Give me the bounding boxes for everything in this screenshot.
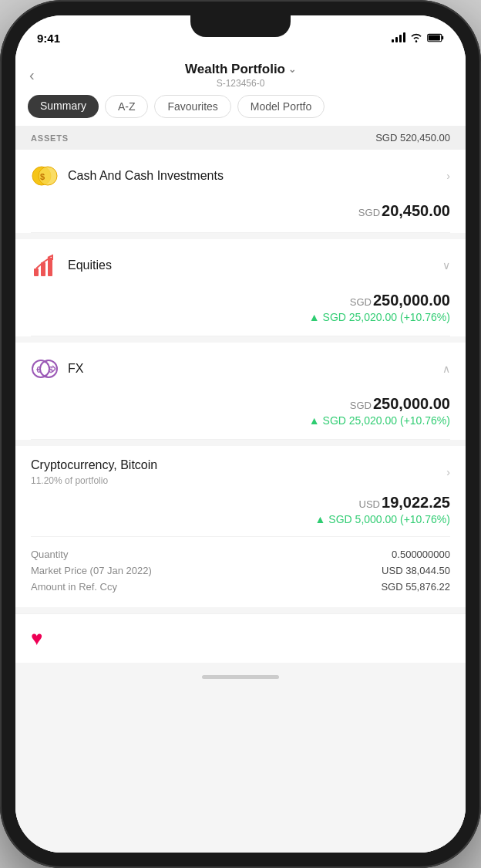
status-bar: 9:41 bbox=[15, 15, 466, 54]
phone-frame: 9:41 bbox=[0, 0, 481, 868]
favourite-heart-icon[interactable]: ♥ bbox=[31, 627, 42, 650]
tab-favourites[interactable]: Favourites bbox=[154, 95, 230, 118]
equities-name: Equities bbox=[68, 258, 442, 272]
detail-row-quantity: Quantity 0.500000000 bbox=[31, 546, 450, 562]
equities-arrow-up-icon: ▲ bbox=[309, 311, 323, 323]
crypto-section: Cryptocurrency, Bitcoin 11.20% of portfo… bbox=[15, 446, 466, 607]
signal-icon bbox=[392, 33, 405, 42]
dropdown-chevron-icon[interactable]: ⌄ bbox=[288, 64, 296, 75]
notch bbox=[190, 15, 291, 37]
detail-value-amount-ref: SGD 55,876.22 bbox=[381, 581, 450, 593]
equities-change: ▲ SGD 25,020.00 (+10.76%) bbox=[31, 311, 450, 323]
crypto-change: ▲ SGD 5,000.00 (+10.76%) bbox=[31, 513, 450, 525]
crypto-title-block: Cryptocurrency, Bitcoin 11.20% of portfo… bbox=[31, 458, 157, 486]
fx-icon: € $ bbox=[31, 355, 59, 383]
header-title: Wealth Portfolio ⌄ bbox=[185, 62, 296, 77]
svg-rect-8 bbox=[48, 258, 52, 276]
detail-value-quantity: 0.500000000 bbox=[392, 549, 450, 560]
crypto-portfolio-pct: 11.20% of portfolio bbox=[31, 475, 157, 486]
tab-summary[interactable]: Summary bbox=[28, 95, 99, 118]
assets-header: ASSETS SGD 520,450.00 bbox=[15, 126, 466, 150]
fx-values: SGD250,000.00 ▲ SGD 25,020.00 (+10.76%) bbox=[15, 395, 466, 439]
cash-currency: SGD bbox=[358, 207, 380, 218]
svg-rect-2 bbox=[429, 35, 440, 40]
tab-az[interactable]: A-Z bbox=[105, 95, 149, 118]
fx-name: FX bbox=[68, 362, 442, 376]
home-indicator bbox=[15, 663, 466, 691]
crypto-chevron-right-icon: › bbox=[446, 466, 450, 478]
equities-section: Equities ∨ SGD250,000.00 ▲ SGD 25,020.00… bbox=[15, 239, 466, 336]
fx-currency: SGD bbox=[350, 400, 372, 411]
svg-rect-1 bbox=[442, 36, 443, 40]
detail-label-amount-ref: Amount in Ref. Ccy bbox=[31, 581, 117, 593]
status-icons bbox=[392, 33, 444, 42]
fx-arrow-up-icon: ▲ bbox=[309, 414, 323, 427]
tab-model-portfolio[interactable]: Model Portfo bbox=[237, 95, 325, 118]
equities-values: SGD250,000.00 ▲ SGD 25,020.00 (+10.76%) bbox=[15, 292, 466, 336]
cash-value: SGD20,450.00 bbox=[31, 202, 450, 220]
portfolio-subtitle: S-123456-0 bbox=[185, 78, 296, 89]
wifi-icon bbox=[410, 33, 422, 42]
crypto-main-value: USD19,022.25 bbox=[31, 494, 450, 512]
phone-screen: 9:41 bbox=[15, 15, 466, 853]
crypto-details: Quantity 0.500000000 Market Price (07 Ja… bbox=[31, 536, 450, 595]
header-title-block: Wealth Portfolio ⌄ S-123456-0 bbox=[185, 62, 296, 89]
fx-change: ▲ SGD 25,020.00 (+10.76%) bbox=[31, 414, 450, 427]
crypto-arrow-up-icon: ▲ bbox=[315, 513, 329, 525]
equities-chevron-down-icon: ∨ bbox=[442, 259, 450, 272]
divider bbox=[31, 232, 450, 233]
bottom-area: ♥ bbox=[15, 613, 466, 663]
cash-header-row[interactable]: $ Cash And Cash Investments › bbox=[15, 150, 466, 202]
crypto-values: USD19,022.25 ▲ SGD 5,000.00 (+10.76%) bbox=[31, 494, 450, 525]
equities-currency: SGD bbox=[350, 296, 372, 308]
cash-values: SGD20,450.00 bbox=[15, 202, 466, 232]
crypto-main-currency: USD bbox=[359, 498, 380, 510]
assets-total: SGD 520,450.00 bbox=[375, 132, 450, 144]
back-button[interactable]: ‹ bbox=[29, 66, 35, 84]
detail-value-market-price: USD 38,044.50 bbox=[382, 565, 450, 576]
cash-section: $ Cash And Cash Investments › SGD20,450.… bbox=[15, 150, 466, 233]
equities-icon bbox=[31, 252, 59, 279]
svg-text:€: € bbox=[36, 366, 41, 374]
fx-chevron-up-icon: ∧ bbox=[442, 363, 450, 375]
fx-value: SGD250,000.00 bbox=[31, 395, 450, 413]
equities-value: SGD250,000.00 bbox=[31, 292, 450, 309]
crypto-name: Cryptocurrency, Bitcoin bbox=[31, 458, 157, 472]
status-time: 9:41 bbox=[37, 32, 60, 45]
tabs-bar: Summary A-Z Favourites Model Portfo bbox=[15, 89, 466, 126]
cash-icon: $ bbox=[31, 162, 59, 190]
content-area: ‹ Wealth Portfolio ⌄ S-123456-0 Summary … bbox=[15, 54, 466, 853]
svg-text:$: $ bbox=[49, 366, 53, 374]
fx-section: € $ FX ∧ SGD250,000.00 bbox=[15, 343, 466, 440]
home-bar bbox=[202, 675, 279, 679]
detail-label-quantity: Quantity bbox=[31, 549, 68, 560]
cash-chevron-right-icon: › bbox=[446, 170, 450, 182]
divider bbox=[31, 336, 450, 336]
battery-icon bbox=[427, 33, 444, 42]
divider bbox=[31, 439, 450, 440]
detail-label-market-price: Market Price (07 Jan 2022) bbox=[31, 565, 152, 576]
detail-row-market-price: Market Price (07 Jan 2022) USD 38,044.50 bbox=[31, 562, 450, 579]
portfolio-title: Wealth Portfolio bbox=[185, 62, 285, 77]
assets-label: ASSETS bbox=[31, 133, 69, 143]
svg-text:$: $ bbox=[40, 172, 45, 181]
cash-name: Cash And Cash Investments bbox=[68, 169, 446, 183]
crypto-header-row[interactable]: Cryptocurrency, Bitcoin 11.20% of portfo… bbox=[31, 458, 450, 486]
page-header: ‹ Wealth Portfolio ⌄ S-123456-0 bbox=[15, 54, 466, 89]
fx-header-row[interactable]: € $ FX ∧ bbox=[15, 343, 466, 395]
svg-rect-6 bbox=[34, 269, 39, 276]
detail-row-amount-ref: Amount in Ref. Ccy SGD 55,876.22 bbox=[31, 579, 450, 595]
main-content[interactable]: ASSETS SGD 520,450.00 $ bbox=[15, 126, 466, 853]
equities-header-row[interactable]: Equities ∨ bbox=[15, 239, 466, 292]
